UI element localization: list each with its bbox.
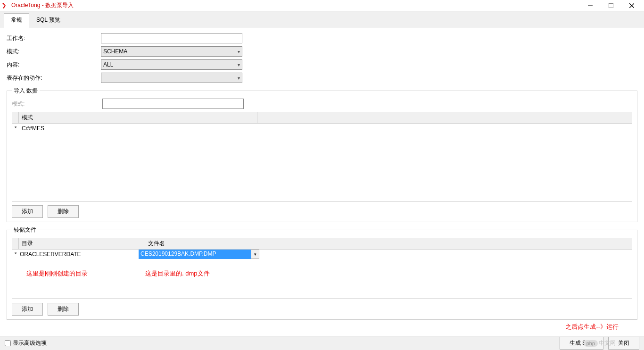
add-file-button[interactable]: 添加	[12, 303, 43, 316]
footer-bar: 显示高级选项 生成 SQL 关闭	[0, 336, 644, 350]
schema-table: 模式 * C##MES	[12, 112, 632, 201]
content-label: 内容:	[7, 61, 101, 69]
job-name-label: 工作名:	[7, 34, 101, 42]
close-dialog-button[interactable]: 关闭	[608, 337, 639, 350]
filename-text[interactable]: CES20190129BAK.DMP.DMP	[139, 250, 251, 259]
advanced-options-label: 显示高级选项	[13, 339, 47, 347]
table-exists-select[interactable]: ▾	[101, 73, 242, 83]
advanced-options-checkbox[interactable]: 显示高级选项	[5, 339, 47, 347]
job-name-input[interactable]	[101, 33, 242, 43]
schema-input[interactable]	[102, 99, 244, 109]
import-data-legend: 导入 数据	[12, 87, 40, 95]
generate-sql-button[interactable]: 生成 SQL	[560, 337, 603, 350]
schema-cell[interactable]: C##MES	[19, 124, 632, 133]
directory-cell[interactable]: ORACLESERVERDATE	[19, 250, 139, 259]
content-select[interactable]: ALL ▾	[101, 59, 242, 70]
annotation-directory: 这里是刚刚创建的目录	[26, 269, 145, 278]
content-select-value: ALL	[103, 61, 113, 68]
mode-select[interactable]: SCHEMA ▾	[101, 46, 242, 57]
mode-select-value: SCHEMA	[103, 48, 127, 55]
dump-files-fieldset: 转储文件 目录 文件名 * ORACLESERVERDATE CES201901…	[7, 226, 637, 320]
tab-bar: 常规 SQL 预览	[0, 11, 644, 27]
chevron-down-icon[interactable]: ▾	[251, 250, 259, 259]
dump-files-legend: 转储文件	[12, 226, 38, 234]
app-icon	[2, 2, 9, 9]
maximize-button[interactable]	[601, 0, 621, 11]
add-schema-button[interactable]: 添加	[12, 205, 43, 218]
delete-file-button[interactable]: 删除	[48, 303, 79, 316]
chevron-down-icon: ▾	[238, 49, 240, 54]
filename-column-header[interactable]: 文件名	[145, 238, 632, 249]
content-panel: 工作名: 模式: SCHEMA ▾ 内容: ALL ▾ 表存在的动作: ▾ 导入…	[0, 27, 644, 338]
schema-column-header[interactable]: 模式	[19, 112, 257, 123]
table-row[interactable]: * C##MES	[12, 124, 632, 133]
window-title: OracleTong - 数据泵导入	[11, 1, 74, 9]
table-exists-label: 表存在的动作:	[7, 74, 101, 82]
close-button[interactable]	[621, 0, 642, 11]
delete-schema-button[interactable]: 删除	[48, 205, 79, 218]
chevron-down-icon: ▾	[238, 62, 240, 67]
annotation-run: 之后点生成--》运行	[565, 323, 619, 330]
svg-rect-1	[609, 3, 613, 8]
tab-sql-preview[interactable]: SQL 预览	[29, 13, 67, 27]
tab-general[interactable]: 常规	[4, 13, 29, 27]
import-data-fieldset: 导入 数据 模式: 模式 * C##MES 添加 删除	[7, 87, 637, 222]
minimize-button[interactable]	[580, 0, 601, 11]
schema-label: 模式:	[12, 100, 102, 108]
row-marker: *	[12, 125, 19, 132]
annotation-file: 这是目录里的. dmp文件	[145, 269, 210, 278]
title-bar: OracleTong - 数据泵导入	[0, 0, 644, 11]
mode-label: 模式:	[7, 48, 101, 56]
row-marker: *	[12, 251, 19, 258]
row-marker-header	[12, 112, 19, 123]
filename-cell[interactable]: CES20190129BAK.DMP.DMP ▾	[139, 250, 259, 259]
chevron-down-icon: ▾	[238, 75, 240, 81]
dump-files-table: 目录 文件名 * ORACLESERVERDATE CES20190129BAK…	[12, 238, 632, 299]
table-row[interactable]: * ORACLESERVERDATE CES20190129BAK.DMP.DM…	[12, 250, 632, 259]
directory-column-header[interactable]: 目录	[19, 238, 145, 249]
row-marker-header	[12, 238, 19, 249]
advanced-options-input[interactable]	[5, 340, 11, 346]
